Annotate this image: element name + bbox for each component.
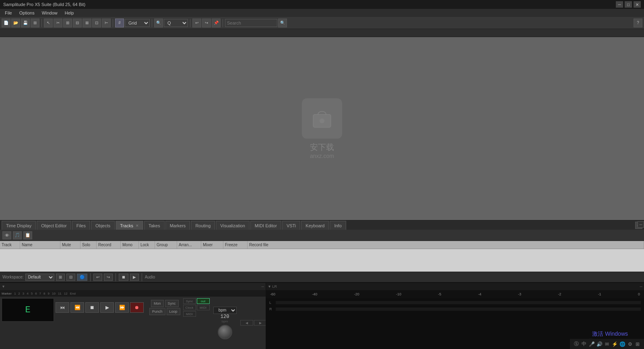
midi-extra-btn[interactable]: MIDI xyxy=(183,311,196,317)
copy-button[interactable]: ⊞ xyxy=(63,19,72,27)
workspace-layout-btn1[interactable]: ⊞ xyxy=(56,274,65,281)
transport-header: ▼ ─ xyxy=(0,283,266,290)
col-mixer: Mixer xyxy=(201,241,223,249)
scale-minus20: -20 xyxy=(354,292,359,296)
transport-options: Mon Sync xyxy=(151,300,179,307)
tab-keyboard[interactable]: Keyboard xyxy=(301,221,329,230)
tab-objects[interactable]: Objects xyxy=(91,221,115,230)
level-l-track xyxy=(276,301,641,304)
workspace-layout-btn2[interactable]: ⊟ xyxy=(66,274,75,281)
bag-icon xyxy=(310,106,334,131)
levels-collapse[interactable]: ─ xyxy=(640,285,642,289)
col-mute: Mute xyxy=(60,241,80,249)
pin-button[interactable]: 📌 xyxy=(212,19,221,27)
export-button[interactable]: ⊞ xyxy=(31,19,39,27)
delete-button[interactable]: ⊡ xyxy=(92,19,101,27)
tray-icon-grid[interactable]: ⊞ xyxy=(634,341,641,347)
tray-icon-power[interactable]: ⚡ xyxy=(611,341,618,347)
sep6 xyxy=(90,273,91,281)
record-button[interactable]: ⏺ xyxy=(130,302,144,313)
stop-button[interactable]: ⏹ xyxy=(85,302,99,313)
workspace-layout-btn3[interactable]: 🔵 xyxy=(77,274,87,281)
workspace-play[interactable]: ▶ xyxy=(130,274,139,281)
minimize-button[interactable]: ─ xyxy=(616,1,623,8)
tray-icon-zh[interactable]: 中 xyxy=(581,341,587,347)
cut-button[interactable]: ✂ xyxy=(54,19,62,27)
bpm-label: bpm xyxy=(222,320,228,323)
bpm-mode-select[interactable]: bpm fps xyxy=(213,307,237,314)
tray-icon-msg[interactable]: ✉ xyxy=(604,341,610,347)
sync-button[interactable]: Sync xyxy=(165,300,179,307)
col-arran: Arran... xyxy=(177,241,201,249)
tab-routing[interactable]: Routing xyxy=(191,221,215,230)
search-input[interactable] xyxy=(225,19,277,27)
tracks-midi-btn[interactable]: 🎵 xyxy=(13,231,22,239)
grid-select[interactable]: Grid Beat Frame xyxy=(125,19,150,27)
tab-midi-editor[interactable]: MIDI Editor xyxy=(250,221,281,230)
punch-button[interactable]: Punch xyxy=(149,308,165,315)
workspace-stop[interactable]: ⏹ xyxy=(119,274,128,281)
level-prev-btn[interactable]: ◀ xyxy=(240,320,253,326)
menu-options[interactable]: Options xyxy=(16,10,38,16)
tab-tracks[interactable]: Tracks ✕ xyxy=(116,221,143,230)
tab-markers[interactable]: Markers xyxy=(165,221,190,230)
loop-button[interactable]: Loop xyxy=(167,308,180,315)
tray-icon-mic[interactable]: 🎤 xyxy=(588,341,595,347)
new-button[interactable]: 📄 xyxy=(2,19,10,27)
bpm-control: bpm fps 120 bpm xyxy=(213,307,237,323)
mon-button[interactable]: Mon xyxy=(151,300,164,307)
tab-object-editor[interactable]: Object Editor xyxy=(37,221,71,230)
rewind-start-button[interactable]: ⏮ xyxy=(56,302,69,313)
open-button[interactable]: 📂 xyxy=(11,19,20,27)
undo-button[interactable]: ↩ xyxy=(192,19,201,27)
vu-knob[interactable] xyxy=(218,325,232,339)
scale-minus5: -5 xyxy=(438,292,441,296)
tray-icon-speaker[interactable]: 🔊 xyxy=(596,341,603,347)
play-button[interactable]: ▶ xyxy=(100,302,114,313)
tab-visualization[interactable]: Visualization xyxy=(216,221,250,230)
forward-button[interactable]: ⏩ xyxy=(115,302,129,313)
tray-icon-settings[interactable]: ⚙ xyxy=(627,341,633,347)
save-button[interactable]: 💾 xyxy=(21,19,30,27)
bottom-controls: ▼ ─ Marker 1 2 3 4 5 6 7 8 9 xyxy=(0,282,644,349)
level-next-btn[interactable]: ▶ xyxy=(254,320,267,326)
paste-button[interactable]: ⊟ xyxy=(73,19,82,27)
workspace-select[interactable]: Default Mastering Mixing Recording xyxy=(25,274,54,281)
midi-midi-btn[interactable]: MIDI xyxy=(197,305,210,310)
menu-file[interactable]: File xyxy=(2,10,15,16)
zoom-in-button[interactable]: 🔍 xyxy=(154,19,163,27)
tray-icon-s[interactable]: Ⓢ xyxy=(573,341,580,347)
close-button[interactable]: ✕ xyxy=(634,1,641,8)
menu-help[interactable]: Help xyxy=(62,10,77,16)
workspace-undo[interactable]: ↩ xyxy=(93,274,102,281)
sync-midi-btn[interactable]: Sync xyxy=(183,298,196,304)
tab-vsti[interactable]: VSTi xyxy=(282,221,300,230)
tray-icon-net[interactable]: 🌐 xyxy=(619,341,625,347)
scale-numbers: -60 -40 -20 -10 -5 -4 -3 -2 -1 0 xyxy=(266,290,644,298)
snap-button[interactable]: # xyxy=(115,19,124,27)
tracks-copy-btn[interactable]: 📋 xyxy=(23,231,32,239)
tab-takes[interactable]: Takes xyxy=(144,221,165,230)
rewind-button[interactable]: ⏪ xyxy=(70,302,84,313)
search-button[interactable]: 🔍 xyxy=(278,19,287,27)
panel-collapse-button[interactable]: ─ xyxy=(638,221,644,228)
trim-button[interactable]: ⊠ xyxy=(83,19,91,27)
menu-window[interactable]: Window xyxy=(39,10,61,16)
tab-files[interactable]: Files xyxy=(72,221,90,230)
transport-collapse[interactable]: ─ xyxy=(262,285,264,289)
tab-info[interactable]: Info xyxy=(330,221,346,230)
out-midi-btn[interactable]: out xyxy=(197,298,210,304)
redo-button[interactable]: ↪ xyxy=(202,19,211,27)
clock-midi-btn[interactable]: Clock xyxy=(183,305,196,310)
zoom-select[interactable]: Q xyxy=(164,19,188,27)
tracks-panel: 👁 🎵 📋 Track Name Mute Solo Record Mono L… xyxy=(0,230,644,272)
split-button[interactable]: ⊢ xyxy=(102,19,111,27)
maximize-button[interactable]: □ xyxy=(625,1,632,8)
tab-time-display[interactable]: Time Display xyxy=(2,221,36,230)
cursor-button[interactable]: ↖ xyxy=(44,19,53,27)
help-button[interactable]: ? xyxy=(634,19,642,27)
col-record: Record xyxy=(97,241,121,249)
tracks-view-btn[interactable]: 👁 xyxy=(2,231,11,239)
tab-tracks-close[interactable]: ✕ xyxy=(136,224,139,228)
workspace-redo[interactable]: ↪ xyxy=(104,274,113,281)
